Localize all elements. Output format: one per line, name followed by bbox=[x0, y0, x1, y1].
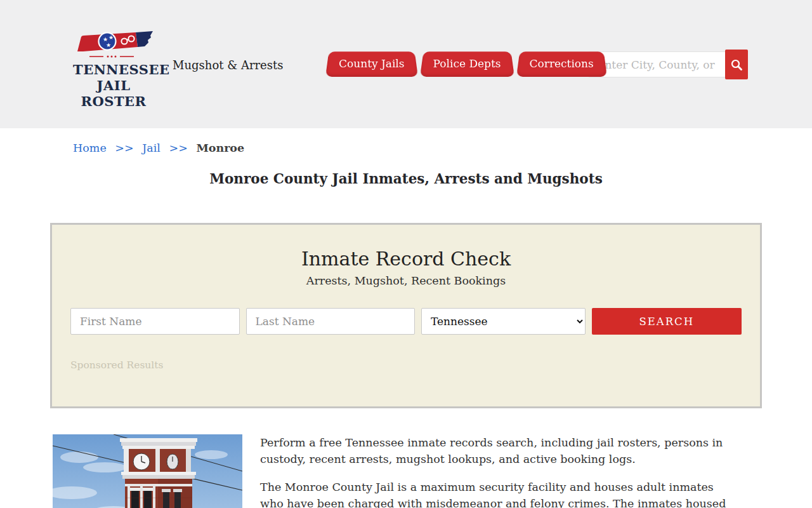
breadcrumb-separator: >> bbox=[169, 142, 187, 154]
search-icon bbox=[730, 58, 743, 71]
nav-police-depts[interactable]: Police Depts bbox=[420, 50, 514, 77]
last-name-input[interactable] bbox=[246, 308, 416, 335]
main-nav: County Jails Police Depts Corrections bbox=[325, 50, 609, 77]
facility-search-button[interactable] bbox=[725, 50, 748, 79]
nav-county-jails[interactable]: County Jails bbox=[325, 50, 418, 77]
description-text: Perform a free Tennessee inmate records … bbox=[260, 434, 731, 508]
site-tagline: Mugshot & Arrests bbox=[173, 58, 283, 72]
facility-search-input[interactable] bbox=[589, 51, 725, 77]
panel-subheading: Arrests, Mugshot, Recent Bookings bbox=[52, 274, 760, 287]
svg-text:★: ★ bbox=[108, 34, 114, 41]
search-form: Tennessee SEARCH bbox=[52, 308, 760, 335]
inmate-record-check-panel: Inmate Record Check Arrests, Mugshot, Re… bbox=[50, 223, 762, 408]
site-header: ★ ★ ★ TENNESSEE JAIL ROSTER Mugshot bbox=[0, 0, 812, 128]
svg-text:★: ★ bbox=[106, 42, 111, 48]
tennessee-state-icon: ★ ★ ★ bbox=[73, 30, 154, 60]
page-title: Monroe County Jail Inmates, Arrests and … bbox=[0, 171, 812, 187]
nav-corrections[interactable]: Corrections bbox=[516, 50, 607, 77]
page: ★ ★ ★ TENNESSEE JAIL ROSTER Mugshot bbox=[0, 0, 812, 508]
breadcrumb-home-link[interactable]: Home bbox=[73, 142, 107, 154]
header-search bbox=[589, 50, 748, 79]
courthouse-photo bbox=[53, 434, 242, 508]
first-name-input[interactable] bbox=[70, 308, 240, 335]
search-submit-button[interactable]: SEARCH bbox=[592, 308, 742, 335]
breadcrumb: Home >> Jail >> Monroe bbox=[73, 142, 812, 154]
site-logo[interactable]: ★ ★ ★ TENNESSEE JAIL ROSTER bbox=[73, 30, 154, 109]
breadcrumb-jail-link[interactable]: Jail bbox=[142, 142, 160, 154]
breadcrumb-current: Monroe bbox=[196, 142, 244, 154]
logo-text-line1: TENNESSEE bbox=[73, 62, 154, 78]
logo-text-line2: JAIL ROSTER bbox=[73, 78, 154, 110]
sponsored-results-label: Sponsored Results bbox=[70, 359, 760, 371]
description-paragraph-2: The Monroe County Jail is a maximum secu… bbox=[260, 479, 731, 508]
state-select[interactable]: Tennessee bbox=[421, 308, 586, 335]
breadcrumb-separator: >> bbox=[115, 142, 133, 154]
panel-heading: Inmate Record Check bbox=[52, 248, 760, 270]
description-paragraph-1: Perform a free Tennessee inmate records … bbox=[260, 434, 731, 468]
content-section: Perform a free Tennessee inmate records … bbox=[53, 434, 812, 508]
